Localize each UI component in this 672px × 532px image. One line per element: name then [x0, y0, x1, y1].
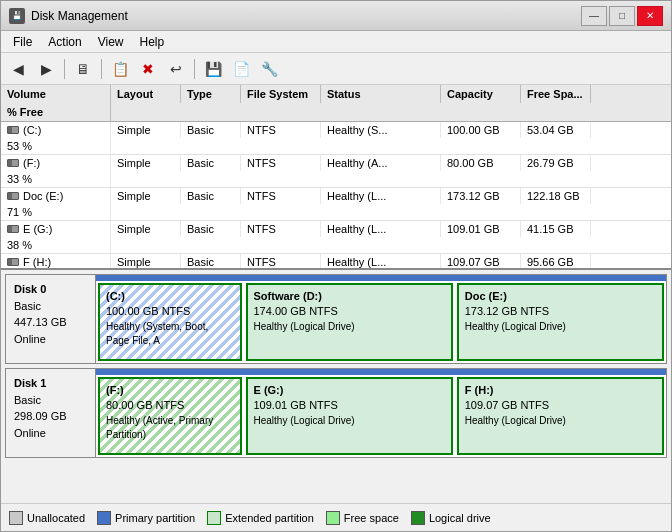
partitions-row: (C:) 100.00 GB NTFS Healthy (System, Boo…	[96, 281, 666, 363]
partition-1-1[interactable]: E (G:) 109.01 GB NTFS Healthy (Logical D…	[246, 377, 453, 455]
logical-label: Logical drive	[429, 512, 491, 524]
close-button[interactable]: ✕	[637, 6, 663, 26]
cell-layout: Simple	[111, 221, 181, 237]
title-bar: 💾 Disk Management — □ ✕	[1, 1, 671, 31]
disk-row-1: Disk 1 Basic 298.09 GB Online (F:) 80.00…	[5, 368, 667, 458]
toolbar-back[interactable]: ◀	[5, 57, 31, 81]
volume-name: F (H:)	[23, 256, 51, 268]
partition-status: Healthy (Logical Drive)	[465, 320, 656, 334]
disk-info-0: Disk 0 Basic 447.13 GB Online	[6, 275, 96, 363]
disk-partitions-1: (F:) 80.00 GB NTFS Healthy (Active, Prim…	[96, 369, 666, 457]
disk-type: Basic	[14, 298, 87, 315]
menu-file[interactable]: File	[5, 33, 40, 51]
menu-view[interactable]: View	[90, 33, 132, 51]
toolbar-sep2	[101, 59, 102, 79]
legend: Unallocated Primary partition Extended p…	[1, 503, 671, 531]
cell-pct: 53 %	[1, 138, 111, 154]
cell-layout: Simple	[111, 254, 181, 270]
toolbar-sep1	[64, 59, 65, 79]
cell-status: Healthy (L...	[321, 221, 441, 237]
partition-1-0[interactable]: (F:) 80.00 GB NTFS Healthy (Active, Prim…	[98, 377, 242, 455]
minimize-button[interactable]: —	[581, 6, 607, 26]
cell-fs: NTFS	[241, 188, 321, 204]
cell-status: Healthy (A...	[321, 155, 441, 171]
cell-layout: Simple	[111, 122, 181, 138]
toolbar-refresh[interactable]: ↩	[163, 57, 189, 81]
col-free: Free Spa...	[521, 85, 591, 103]
cell-type: Basic	[181, 254, 241, 270]
partition-status: Healthy (Logical Drive)	[254, 414, 445, 428]
main-content: Volume Layout Type File System Status Ca…	[1, 85, 671, 531]
table-row[interactable]: F (H:) Simple Basic NTFS Healthy (L... 1…	[1, 254, 671, 270]
cell-free: 41.15 GB	[521, 221, 591, 237]
legend-unallocated: Unallocated	[9, 511, 85, 525]
partition-0-1[interactable]: Software (D:) 174.00 GB NTFS Healthy (Lo…	[246, 283, 453, 361]
drive-icon	[7, 225, 19, 233]
cell-free: 122.18 GB	[521, 188, 591, 204]
app-icon: 💾	[9, 8, 25, 24]
cell-type: Basic	[181, 155, 241, 171]
menu-action[interactable]: Action	[40, 33, 89, 51]
volume-name: (C:)	[23, 124, 41, 136]
partition-size: 173.12 GB NTFS	[465, 304, 656, 319]
menu-bar: File Action View Help	[1, 31, 671, 53]
cell-pct: 33 %	[1, 171, 111, 187]
disk-type: Basic	[14, 392, 87, 409]
disk-section: Disk 0 Basic 447.13 GB Online (C:) 100.0…	[1, 270, 671, 503]
volume-name: Doc (E:)	[23, 190, 63, 202]
cell-capacity: 109.07 GB	[441, 254, 521, 270]
cell-status: Healthy (S...	[321, 122, 441, 138]
partition-name: Doc (E:)	[465, 289, 656, 304]
maximize-button[interactable]: □	[609, 6, 635, 26]
toolbar-forward[interactable]: ▶	[33, 57, 59, 81]
toolbar-save[interactable]: 💾	[200, 57, 226, 81]
cell-capacity: 109.01 GB	[441, 221, 521, 237]
partition-1-2[interactable]: F (H:) 109.07 GB NTFS Healthy (Logical D…	[457, 377, 664, 455]
drive-icon	[7, 258, 19, 266]
extended-color	[207, 511, 221, 525]
cell-layout: Simple	[111, 155, 181, 171]
partition-name: (F:)	[106, 383, 234, 398]
window-controls: — □ ✕	[581, 6, 663, 26]
toolbar-delete[interactable]: ✖	[135, 57, 161, 81]
table-row[interactable]: E (G:) Simple Basic NTFS Healthy (L... 1…	[1, 221, 671, 254]
disk-status: Online	[14, 331, 87, 348]
disk-partitions-0: (C:) 100.00 GB NTFS Healthy (System, Boo…	[96, 275, 666, 363]
cell-pct: 38 %	[1, 237, 111, 253]
toolbar: ◀ ▶ 🖥 📋 ✖ ↩ 💾 📄 🔧	[1, 53, 671, 85]
toolbar-new[interactable]: 📄	[228, 57, 254, 81]
drive-icon	[7, 192, 19, 200]
legend-logical: Logical drive	[411, 511, 491, 525]
cell-layout: Simple	[111, 188, 181, 204]
disk-size: 298.09 GB	[14, 408, 87, 425]
toolbar-disk[interactable]: 🖥	[70, 57, 96, 81]
cell-type: Basic	[181, 221, 241, 237]
unallocated-label: Unallocated	[27, 512, 85, 524]
partition-0-2[interactable]: Doc (E:) 173.12 GB NTFS Healthy (Logical…	[457, 283, 664, 361]
cell-volume: (C:)	[1, 122, 111, 138]
toolbar-properties[interactable]: 📋	[107, 57, 133, 81]
table-row[interactable]: (C:) Simple Basic NTFS Healthy (S... 100…	[1, 122, 671, 155]
partition-name: Software (D:)	[254, 289, 445, 304]
cell-volume: E (G:)	[1, 221, 111, 237]
partition-status: Healthy (Logical Drive)	[254, 320, 445, 334]
partition-status: Healthy (Logical Drive)	[465, 414, 656, 428]
partition-status: Healthy (System, Boot, Page File, A	[106, 320, 234, 348]
partition-name: (C:)	[106, 289, 234, 304]
cell-free: 53.04 GB	[521, 122, 591, 138]
table-row[interactable]: Doc (E:) Simple Basic NTFS Healthy (L...…	[1, 188, 671, 221]
partition-0-0[interactable]: (C:) 100.00 GB NTFS Healthy (System, Boo…	[98, 283, 242, 361]
primary-label: Primary partition	[115, 512, 195, 524]
col-type: Type	[181, 85, 241, 103]
cell-status: Healthy (L...	[321, 188, 441, 204]
toolbar-sep3	[194, 59, 195, 79]
cell-free: 26.79 GB	[521, 155, 591, 171]
table-row[interactable]: (F:) Simple Basic NTFS Healthy (A... 80.…	[1, 155, 671, 188]
volume-name: (F:)	[23, 157, 40, 169]
menu-help[interactable]: Help	[132, 33, 173, 51]
partition-size: 109.01 GB NTFS	[254, 398, 445, 413]
toolbar-settings[interactable]: 🔧	[256, 57, 282, 81]
main-window: 💾 Disk Management — □ ✕ File Action View…	[0, 0, 672, 532]
cell-free: 95.66 GB	[521, 254, 591, 270]
partition-size: 100.00 GB NTFS	[106, 304, 234, 319]
